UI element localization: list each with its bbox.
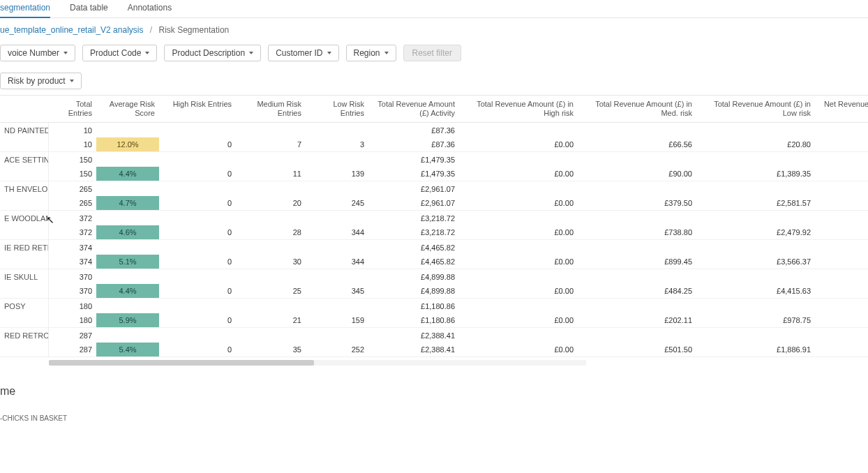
row-label[interactable]: IE SKULL [0, 269, 49, 284]
table-cell [96, 181, 159, 196]
risk-score-cell: 4.4% [96, 167, 159, 181]
risk-table: ↖ Total EntriesAverage Risk ScoreHigh Ri… [0, 95, 868, 366]
table-cell: £3,213.52 [815, 211, 868, 225]
table-cell [236, 240, 306, 255]
table-cell [459, 152, 578, 167]
table-cell: £4,164.08 [815, 284, 868, 299]
table-cell [236, 123, 306, 137]
tabs-bar: segmentation Data table Annotations [0, 0, 868, 18]
table-cell: £4,899.88 [368, 284, 459, 299]
table-cell: 180 [49, 299, 96, 313]
chevron-down-icon [145, 52, 149, 54]
table-cell [96, 152, 159, 167]
table-cell [459, 181, 578, 196]
table-cell [0, 313, 49, 328]
column-header[interactable]: Average Risk Score [96, 96, 159, 123]
table-cell: 0 [159, 255, 236, 269]
filter-invoice-number[interactable]: voice Number [0, 45, 75, 61]
risk-score-cell: 12.0% [96, 137, 159, 152]
table-cell: £738.80 [578, 225, 696, 240]
risk-score-cell: 5.9% [96, 313, 159, 328]
table-cell: £1,389.35 [696, 167, 815, 181]
risk-score-cell: 4.7% [96, 196, 159, 211]
row-label[interactable]: TH ENVELOPES [0, 181, 49, 196]
reset-filter-button[interactable]: Reset filter [403, 45, 461, 61]
row-label[interactable]: POSY [0, 299, 49, 313]
table-cell: 252 [306, 343, 368, 357]
filter-product-code[interactable]: Product Code [82, 45, 157, 61]
filter-customer-id[interactable]: Customer ID [268, 45, 338, 61]
table-cell [696, 269, 815, 284]
table-cell: £899.45 [578, 255, 696, 269]
table-cell: £2,376.51 [815, 343, 868, 357]
table-cell: £2,581.57 [696, 196, 815, 211]
tab-annotations[interactable]: Annotations [128, 0, 172, 17]
table-cell [459, 299, 578, 313]
filter-product-description[interactable]: Product Description [164, 45, 261, 61]
row-label[interactable]: RED RETROSP... [0, 328, 49, 343]
breadcrumb-link[interactable]: ue_template_online_retail_V2 analysis [0, 25, 143, 35]
table-cell: 10 [49, 137, 96, 152]
row-label[interactable]: ACE SETTINGS [0, 152, 49, 167]
view-select-dropdown[interactable]: Risk by product [0, 73, 82, 89]
column-header[interactable]: Low Risk Entries [306, 96, 368, 123]
table-cell [159, 181, 236, 196]
table-cell: 0 [159, 313, 236, 328]
table-cell: £2,479.92 [696, 225, 815, 240]
column-header[interactable]: Total Revenue Amount (£) Activity [368, 96, 459, 123]
table-cell [0, 343, 49, 357]
table-cell: £484.25 [578, 284, 696, 299]
table-cell [96, 299, 159, 313]
table-cell: £978.75 [696, 313, 815, 328]
table-cell: 150 [49, 152, 96, 167]
column-header[interactable]: Total Revenue Amount (£) in Med. risk [578, 96, 696, 123]
tab-data-table[interactable]: Data table [70, 0, 108, 17]
scrollbar-thumb[interactable] [49, 360, 314, 366]
table-cell: £20.80 [696, 137, 815, 152]
table-cell [459, 328, 578, 343]
column-header[interactable] [0, 96, 49, 123]
table-cell: 0 [159, 343, 236, 357]
row-label[interactable]: IE RED RETRO... [0, 240, 49, 255]
table-cell [306, 123, 368, 137]
table-cell: 370 [49, 269, 96, 284]
table-cell: 0 [159, 137, 236, 152]
table-cell: £3,218.72 [368, 211, 459, 225]
horizontal-scrollbar[interactable] [49, 360, 586, 366]
table-cell: £1,479.35 [368, 152, 459, 167]
table-cell: £2,388.41 [368, 343, 459, 357]
table-cell: 30 [236, 255, 306, 269]
table-cell: £1,476.85 [815, 167, 868, 181]
table-cell: £1,180.86 [368, 313, 459, 328]
table-cell: 150 [49, 167, 96, 181]
table-cell: 372 [49, 225, 96, 240]
tab-segmentation[interactable]: segmentation [0, 0, 50, 18]
row-label[interactable]: ND PAINTED [0, 123, 49, 137]
column-header[interactable]: Total Revenue Amount (£) in High risk [459, 96, 578, 123]
table-cell: £2,957.77 [815, 196, 868, 211]
column-header[interactable]: Total Entries [49, 96, 96, 123]
table-cell: 372 [49, 211, 96, 225]
column-header[interactable]: High Risk Entries [159, 96, 236, 123]
filter-region[interactable]: Region [346, 45, 396, 61]
table-cell [96, 211, 159, 225]
table-cell: £87.36 [368, 137, 459, 152]
row-label[interactable]: E WOODLAND [0, 211, 49, 225]
column-header[interactable]: Net Revenue Amount (£) Activity [815, 96, 868, 123]
breadcrumb: ue_template_online_retail_V2 analysis / … [0, 18, 868, 40]
table-cell: £3,566.37 [696, 255, 815, 269]
table-cell: 139 [306, 167, 368, 181]
table-cell [96, 328, 159, 343]
table-cell [306, 240, 368, 255]
table-cell: £4,164.08 [815, 269, 868, 284]
table-cell [696, 211, 815, 225]
column-header[interactable]: Medium Risk Entries [236, 96, 306, 123]
table-cell: 0 [159, 284, 236, 299]
table-cell [306, 269, 368, 284]
column-header[interactable]: Total Revenue Amount (£) in Low risk [696, 96, 815, 123]
table-cell [159, 269, 236, 284]
risk-score-cell: 5.4% [96, 343, 159, 357]
table-cell: £3,218.72 [368, 225, 459, 240]
table-cell: 245 [306, 196, 368, 211]
table-cell: 265 [49, 181, 96, 196]
